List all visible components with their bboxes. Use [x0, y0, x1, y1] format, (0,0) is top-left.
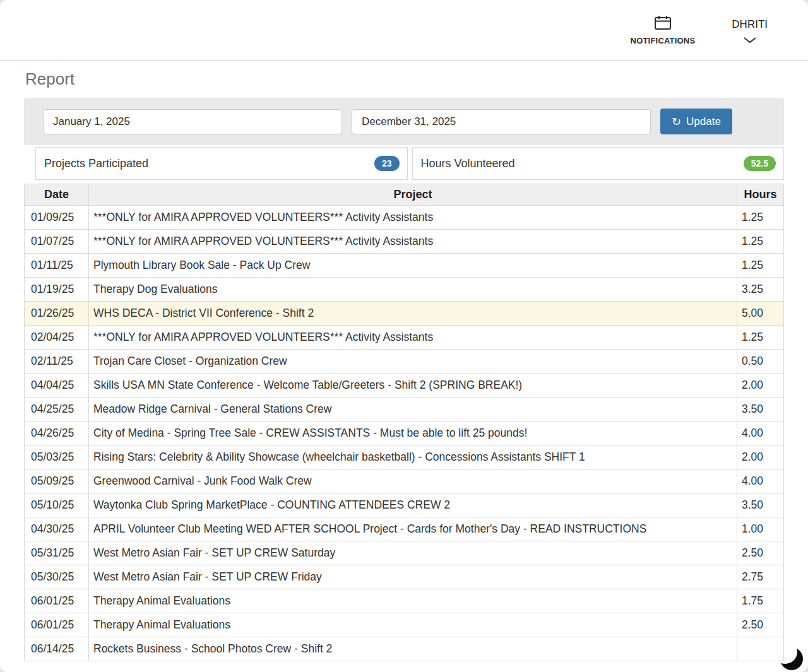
table-row: 05/30/25 West Metro Asian Fair - SET UP … [25, 565, 784, 589]
cell-date: 02/11/25 [25, 350, 89, 374]
table-row: 04/25/25 Meadow Ridge Carnival - General… [25, 398, 784, 421]
cell-date: 06/01/25 [25, 613, 89, 637]
cell-project: Therapy Dog Evaluations [89, 278, 737, 302]
summary-row: Projects Participated 23 Hours Volunteer… [35, 147, 784, 180]
cell-hours: 1.75 [737, 589, 784, 613]
cell-project: West Metro Asian Fair - SET UP CREW Frid… [89, 565, 737, 589]
cell-hours: 5.00 [737, 302, 784, 326]
cell-hours: 2.75 [737, 565, 784, 589]
notifications-button[interactable]: NOTIFICATIONS [631, 15, 696, 45]
cell-date: 05/30/25 [25, 565, 89, 589]
cell-hours: 1.25 [737, 206, 784, 230]
hours-volunteered-label: Hours Volunteered [421, 157, 515, 170]
user-menu-button[interactable]: DHRITI [732, 18, 768, 46]
cell-date: 01/07/25 [25, 230, 89, 254]
cell-project: Therapy Animal Evaluations [89, 589, 737, 613]
cell-project: Therapy Animal Evaluations [89, 613, 737, 637]
table-row: 04/26/25 City of Medina - Spring Tree Sa… [25, 421, 784, 445]
cell-date: 01/11/25 [25, 254, 89, 278]
cell-hours: 2.50 [737, 613, 784, 637]
cell-hours: 2.00 [737, 374, 784, 398]
table-row: 05/10/25 Waytonka Club Spring MarketPlac… [25, 493, 784, 517]
notifications-label: NOTIFICATIONS [631, 36, 696, 45]
table-row: 01/19/25 Therapy Dog Evaluations 3.25 [25, 278, 784, 302]
column-header-project: Project [89, 184, 737, 206]
chevron-down-icon [743, 35, 757, 46]
cell-project: WHS DECA - District VII Conference - Shi… [89, 302, 737, 326]
refresh-icon: ↻ [672, 116, 681, 127]
user-name-label: DHRITI [732, 18, 768, 31]
hours-count-badge: 52.5 [744, 156, 776, 171]
table-row: 01/09/25 ***ONLY for AMIRA APPROVED VOLU… [25, 206, 784, 230]
cell-project: Plymouth Library Book Sale - Pack Up Cre… [89, 254, 737, 278]
cell-project: City of Medina - Spring Tree Sale - CREW… [89, 421, 737, 445]
table-row: 06/01/25 Therapy Animal Evaluations 2.50 [25, 613, 784, 637]
cell-date: 01/09/25 [25, 206, 89, 230]
projects-count-badge: 23 [374, 156, 400, 171]
table-row: 02/04/25 ***ONLY for AMIRA APPROVED VOLU… [25, 326, 784, 350]
cell-hours: 3.50 [737, 493, 784, 517]
cell-date: 04/30/25 [25, 517, 89, 541]
cell-hours: 2.00 [737, 445, 784, 469]
table-header-row: Date Project Hours [25, 184, 784, 206]
cell-project: Greenwood Carnival - Junk Food Walk Crew [89, 469, 737, 493]
table-row: 02/11/25 Trojan Care Closet - Organizati… [25, 350, 784, 374]
table-row: 06/01/25 Therapy Animal Evaluations 1.75 [25, 589, 784, 613]
table-row: 05/03/25 Rising Stars: Celebrity & Abili… [25, 445, 784, 469]
page-title: Report [25, 69, 783, 89]
table-row: 01/11/25 Plymouth Library Book Sale - Pa… [25, 254, 784, 278]
update-button[interactable]: ↻ Update [660, 109, 732, 134]
date-filter-bar: ↻ Update [24, 98, 784, 145]
app-window: NOTIFICATIONS DHRITI Report ↻ Update Pr [0, 0, 808, 672]
cell-project: ***ONLY for AMIRA APPROVED VOLUNTEERS***… [89, 230, 737, 254]
cell-date: 04/04/25 [25, 374, 89, 398]
cell-project: APRIL Volunteer Club Meeting WED AFTER S… [89, 517, 737, 541]
cell-date: 05/31/25 [25, 541, 89, 565]
cell-hours: 3.50 [737, 398, 784, 421]
projects-participated-label: Projects Participated [44, 157, 148, 170]
cell-hours: 1.25 [737, 326, 784, 350]
projects-participated-card: Projects Participated 23 [35, 147, 408, 180]
cell-project: Meadow Ridge Carnival - General Stations… [89, 398, 737, 421]
table-row: 04/30/25 APRIL Volunteer Club Meeting WE… [25, 517, 784, 541]
cell-hours: 2.50 [737, 541, 784, 565]
cell-date: 04/26/25 [25, 421, 89, 445]
report-table-body: 01/09/25 ***ONLY for AMIRA APPROVED VOLU… [25, 206, 784, 661]
column-header-date: Date [25, 184, 89, 206]
table-row: 05/09/25 Greenwood Carnival - Junk Food … [25, 469, 784, 493]
cell-date: 05/09/25 [25, 469, 89, 493]
end-date-input[interactable] [352, 109, 651, 134]
table-row: 01/26/25 WHS DECA - District VII Confere… [25, 302, 784, 326]
cell-project: Waytonka Club Spring MarketPlace - COUNT… [89, 493, 737, 517]
cell-hours: 1.25 [737, 254, 784, 278]
cell-project: Rising Stars: Celebrity & Ability Showca… [89, 445, 737, 469]
cell-hours: 1.25 [737, 230, 784, 254]
cell-date: 05/10/25 [25, 493, 89, 517]
cell-hours: 4.00 [737, 469, 784, 493]
start-date-input[interactable] [43, 109, 342, 134]
cell-date: 01/26/25 [25, 302, 89, 326]
table-row: 06/14/25 Rockets Business - School Photo… [25, 637, 784, 661]
cell-date: 06/01/25 [25, 589, 89, 613]
cell-date: 05/03/25 [25, 445, 89, 469]
cell-project: Trojan Care Closet - Organization Crew [89, 350, 737, 374]
update-button-label: Update [686, 115, 721, 128]
hours-volunteered-card: Hours Volunteered 52.5 [412, 147, 785, 180]
cell-date: 06/14/25 [25, 637, 89, 661]
table-row: 01/07/25 ***ONLY for AMIRA APPROVED VOLU… [25, 230, 784, 254]
column-header-hours: Hours [737, 184, 784, 206]
cell-hours: 4.00 [737, 421, 784, 445]
cell-date: 04/25/25 [25, 398, 89, 421]
cell-hours: 3.25 [737, 278, 784, 302]
report-page: Report ↻ Update Projects Participated 23… [0, 69, 808, 661]
cell-date: 02/04/25 [25, 326, 89, 350]
cell-project: ***ONLY for AMIRA APPROVED VOLUNTEERS***… [89, 326, 737, 350]
report-table: Date Project Hours 01/09/25 ***ONLY for … [24, 184, 784, 661]
cell-hours: 0.50 [737, 350, 784, 374]
cell-project: ***ONLY for AMIRA APPROVED VOLUNTEERS***… [89, 206, 737, 230]
cell-project: Rockets Business - School Photos Crew - … [89, 637, 737, 661]
top-bar: NOTIFICATIONS DHRITI [0, 0, 808, 61]
table-row: 04/04/25 Skills USA MN State Conference … [25, 374, 784, 398]
cell-hours [737, 637, 784, 661]
cell-project: West Metro Asian Fair - SET UP CREW Satu… [89, 541, 737, 565]
